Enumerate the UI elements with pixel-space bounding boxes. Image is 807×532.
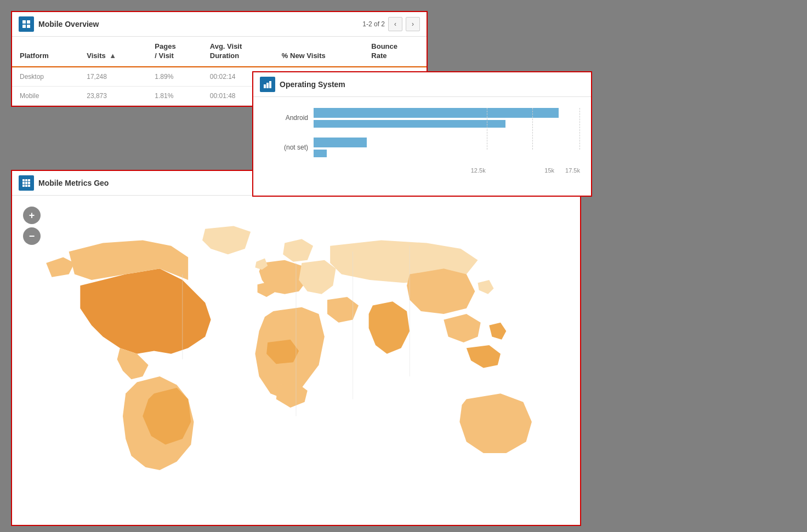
geo-header-left: Mobile Metrics Geo	[19, 175, 109, 191]
bar-fill-notset-2	[314, 150, 327, 157]
bar-fill-android-2	[314, 120, 505, 128]
col-visits[interactable]: Visits ▲	[79, 37, 147, 67]
svg-rect-15	[28, 185, 30, 187]
svg-rect-4	[264, 84, 266, 88]
bar-track-android	[314, 108, 580, 128]
zoom-out-button[interactable]: −	[23, 227, 41, 245]
x-label-17k: 17.5k	[565, 167, 580, 174]
grid-line-2	[532, 108, 533, 150]
svg-rect-12	[28, 182, 30, 184]
row-visits-desktop: 17,248	[79, 67, 147, 87]
bar-row-notset: (not set)	[264, 138, 580, 157]
bar-track-notset	[314, 138, 580, 157]
svg-rect-9	[28, 179, 30, 181]
col-avg-duration: Avg. VisitDuration	[202, 37, 274, 67]
svg-rect-7	[22, 179, 25, 181]
mobile-overview-title: Mobile Overview	[38, 20, 99, 28]
pagination-text: 1-2 of 2	[362, 20, 385, 28]
grid-icon	[19, 175, 34, 191]
geo-panel-title: Mobile Metrics Geo	[38, 179, 109, 187]
pagination-info: 1-2 of 2 ‹ ›	[362, 17, 420, 31]
x-axis-labels: 12.5k 15k 17.5k	[264, 167, 580, 174]
table-icon	[19, 16, 34, 32]
geo-panel: Mobile Metrics Geo + −	[11, 170, 581, 526]
col-new-visits: % New Visits	[274, 37, 364, 67]
next-button[interactable]: ›	[406, 17, 420, 31]
col-bounce-rate: BounceRate	[363, 37, 427, 67]
svg-rect-11	[25, 182, 27, 184]
x-label-12k: 12.5k	[471, 167, 486, 174]
svg-rect-1	[27, 20, 30, 24]
prev-button[interactable]: ‹	[388, 17, 402, 31]
row-platform-desktop: Desktop	[12, 67, 79, 87]
os-panel-title: Operating System	[280, 80, 345, 89]
bar-chart-icon	[260, 77, 275, 92]
svg-rect-5	[266, 83, 269, 88]
row-visits-mobile: 23,873	[79, 86, 147, 105]
os-chart-area: Android (not set) 12.5k	[253, 97, 591, 196]
map-container	[12, 196, 580, 523]
grid-line-1	[487, 108, 487, 150]
china-region	[407, 268, 475, 314]
svg-rect-14	[25, 185, 27, 187]
svg-rect-13	[22, 185, 25, 187]
svg-rect-8	[25, 179, 27, 181]
svg-rect-3	[27, 25, 30, 28]
row-pages-mobile: 1.81%	[147, 86, 202, 105]
zoom-in-button[interactable]: +	[23, 207, 41, 224]
os-panel-header: Operating System	[253, 72, 591, 97]
world-map-svg	[12, 196, 580, 523]
operating-system-panel: Operating System Android (not set)	[252, 71, 592, 197]
svg-rect-6	[269, 81, 271, 88]
col-platform: Platform	[12, 37, 79, 67]
row-pages-desktop: 1.89%	[147, 67, 202, 87]
sort-arrow-visits: ▲	[109, 52, 116, 61]
row-platform-mobile: Mobile	[12, 86, 79, 105]
bar-label-notset: (not set)	[264, 144, 308, 151]
os-header-left: Operating System	[260, 77, 345, 92]
svg-rect-0	[22, 20, 26, 24]
panel-header-left: Mobile Overview	[19, 16, 99, 32]
chart-wrapper: Android (not set)	[264, 108, 580, 157]
mobile-overview-header: Mobile Overview 1-2 of 2 ‹ ›	[12, 12, 427, 37]
map-controls: + −	[23, 207, 41, 245]
bar-fill-android-1	[314, 108, 559, 118]
grid-line-3	[579, 108, 580, 150]
x-label-15k: 15k	[544, 167, 554, 174]
bar-row-android: Android	[264, 108, 580, 128]
col-pages-visit: Pages/ Visit	[147, 37, 202, 67]
bar-fill-notset-1	[314, 138, 367, 147]
svg-rect-2	[22, 25, 26, 28]
svg-rect-10	[22, 182, 25, 184]
australia-region	[459, 393, 532, 453]
bar-label-android: Android	[264, 114, 308, 122]
